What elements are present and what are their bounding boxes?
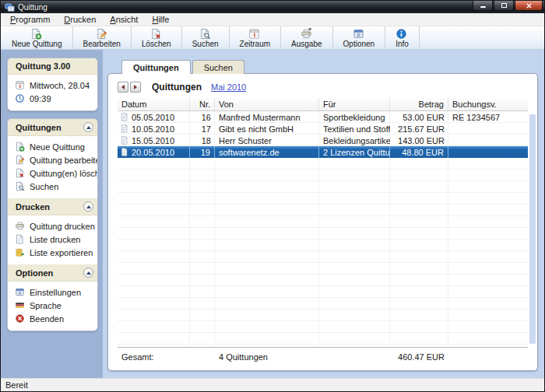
cell-nr: 19: [190, 146, 215, 158]
table-header: DatumNr.VonFürBetragBuchungsv.: [118, 98, 528, 111]
cell-fuer: 2 Lizenzen Quittung: [319, 146, 390, 158]
info-item-label: 09:39: [30, 94, 51, 103]
section-items: Quittung drucken Liste drucken Liste exp…: [8, 215, 97, 264]
column-header[interactable]: Buchungsv.: [448, 98, 528, 110]
collapse-button[interactable]: [83, 268, 93, 278]
tab[interactable]: Suchen: [192, 60, 244, 74]
nav-item[interactable]: Liste drucken: [15, 234, 94, 244]
collapse-button[interactable]: [83, 201, 93, 212]
toolbar-button[interactable]: Ausgabe: [281, 26, 332, 49]
menu-item[interactable]: Drucken: [57, 14, 103, 25]
toolbar-button[interactable]: Neue Quittung: [2, 26, 73, 49]
nav-section: Drucken Quittung drucken: [8, 198, 97, 264]
cell-fuer: Bekleidungsartikel: [319, 135, 390, 146]
nav-item-label: Liste exportieren: [30, 248, 93, 257]
table-row[interactable]: 05.05.2010 16 Manfred Mustermann Sportbe…: [118, 111, 528, 123]
vertical-scrollbar[interactable]: [529, 114, 536, 344]
table-row[interactable]: 20.05.2010 19 softwarenetz.de 2 Lizenzen…: [118, 146, 528, 158]
section-title: Quittungen: [16, 123, 62, 132]
flag-de-icon: [15, 300, 25, 310]
info-panel-header: Quittung 3.00: [8, 58, 97, 75]
window-controls: [473, 1, 543, 11]
maximize-icon: [501, 3, 507, 8]
toolbar-button[interactable]: Bearbeiten: [73, 26, 132, 49]
nav-item-label: Sprache: [30, 301, 62, 310]
table-row[interactable]: 10.05.2010 17 Gibt es nicht GmbH Textili…: [118, 123, 528, 135]
close-button[interactable]: [515, 1, 543, 11]
export-icon: [15, 247, 25, 257]
nav-item[interactable]: Quittung drucken: [15, 221, 94, 231]
cell-buchung: [448, 135, 528, 146]
column-header[interactable]: Datum: [118, 98, 190, 110]
info-item: 09:39: [15, 93, 94, 103]
main-column: QuittungenSuchen Quittungen Mai 2010 Dat…: [103, 50, 544, 378]
cell-fuer: Sportbekleidung: [319, 111, 390, 123]
column-header[interactable]: Von: [215, 98, 319, 110]
minimize-button[interactable]: [473, 1, 493, 11]
toolbar-button[interactable]: Info: [385, 26, 420, 49]
nav-item[interactable]: Liste exportieren: [15, 247, 94, 257]
cell-betrag: 48.80 EUR: [390, 146, 448, 158]
nav-item[interactable]: Suchen: [15, 181, 94, 191]
doc-x-icon: [15, 168, 25, 178]
table-body: 05.05.2010 16 Manfred Mustermann Sportbe…: [118, 111, 528, 347]
cell-von: Manfred Mustermann: [215, 111, 319, 123]
cell-buchung: [448, 146, 528, 158]
menu-item[interactable]: Hilfe: [145, 14, 176, 25]
arrow-left-icon: [121, 85, 125, 89]
status-text: Bereit: [5, 380, 28, 390]
period-link[interactable]: Mai 2010: [211, 82, 246, 92]
nav-item[interactable]: Quittung(en) löschen: [15, 168, 94, 178]
chevron-up-icon: [86, 205, 91, 208]
cell-buchung: [448, 123, 528, 135]
main-panel: Quittungen Mai 2010 DatumNr.VonFürBetrag…: [107, 73, 538, 371]
row-doc-icon: [120, 124, 128, 134]
info-item: Mittwoch, 28.04: [15, 80, 94, 90]
menu-item[interactable]: Ansicht: [103, 14, 145, 25]
next-month-button[interactable]: [130, 82, 141, 93]
column-header[interactable]: Betrag: [390, 98, 448, 110]
toolbar-button[interactable]: Zeitraum: [230, 26, 281, 49]
nav-item-label: Quittung bearbeiten: [30, 156, 98, 165]
prev-month-button[interactable]: [118, 82, 128, 93]
close-icon: [526, 2, 533, 9]
minimize-icon: [480, 6, 486, 8]
nav-item-label: Liste drucken: [30, 235, 80, 244]
chevron-up-icon: [86, 126, 91, 129]
doc-search-icon: [199, 28, 212, 40]
cell-datum: 15.05.2010: [118, 135, 190, 146]
app-version-label: Quittung 3.00: [16, 61, 70, 71]
cell-von: Herr Schuster: [215, 135, 319, 146]
toolbar-button[interactable]: Optionen: [333, 26, 386, 49]
nav-item[interactable]: Quittung bearbeiten: [15, 155, 94, 165]
collapse-button[interactable]: [83, 122, 93, 132]
content-area: Quittung 3.00 Mittwoch, 28.04 09:39: [1, 50, 544, 378]
maximize-button[interactable]: [494, 1, 514, 11]
column-header[interactable]: Nr.: [190, 98, 215, 110]
table-rows: 05.05.2010 16 Manfred Mustermann Sportbe…: [118, 111, 528, 158]
toolbar-button[interactable]: Suchen: [182, 26, 230, 49]
tab[interactable]: Quittungen: [121, 60, 191, 74]
table-row[interactable]: 15.05.2010 18 Herr Schuster Bekleidungsa…: [118, 135, 528, 146]
cell-von: softwarenetz.de: [215, 146, 319, 158]
row-doc-icon: [120, 112, 128, 122]
info-item-label: Mittwoch, 28.04: [30, 81, 90, 90]
doc-search-icon: [15, 181, 25, 191]
cell-nr: 18: [190, 135, 215, 146]
nav-item-label: Beenden: [30, 314, 64, 324]
nav-item[interactable]: Sprache: [15, 300, 94, 310]
cell-betrag: 53.00 EUR: [390, 111, 448, 123]
titlebar: Quittung: [1, 1, 544, 13]
nav-item[interactable]: Beenden: [15, 313, 94, 324]
column-header[interactable]: Für: [319, 98, 390, 110]
settings-icon: [353, 28, 365, 40]
nav-item[interactable]: Neue Quittung: [15, 142, 94, 152]
nav-item-label: Quittung drucken: [30, 222, 95, 231]
toolbar-button[interactable]: Löschen: [132, 26, 182, 49]
menu-item[interactable]: Programm: [3, 14, 57, 25]
info-panel: Quittung 3.00 Mittwoch, 28.04 09:39: [7, 58, 98, 111]
receipts-table: DatumNr.VonFürBetragBuchungsv. 05.05.201…: [118, 98, 528, 366]
doc-plus-icon: [30, 28, 43, 40]
nav-item[interactable]: Einstellungen: [15, 287, 94, 297]
doc-x-icon: [150, 28, 163, 40]
